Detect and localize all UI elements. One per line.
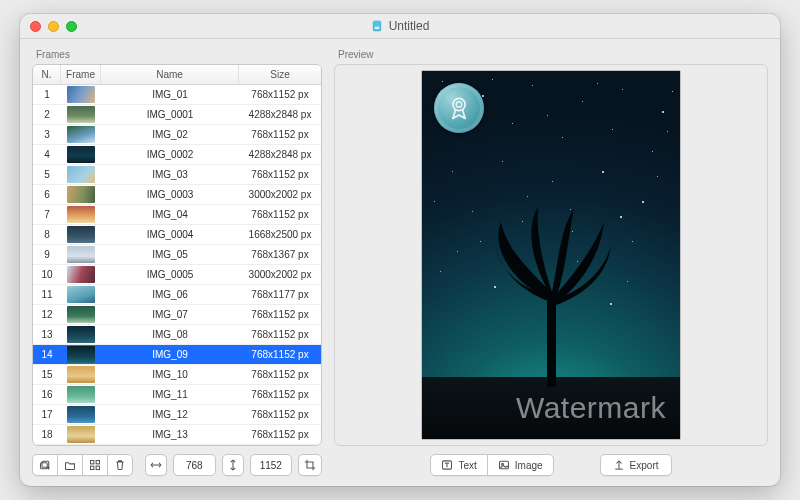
table-row[interactable]: 3IMG_02768x1152 px	[33, 125, 321, 145]
cell-n: 12	[33, 309, 61, 320]
frames-panel: Frames N. Frame Name Size 1IMG_01768x115…	[32, 47, 322, 476]
cell-size: 1668x2500 px	[239, 229, 321, 240]
cell-size: 768x1367 px	[239, 249, 321, 260]
cell-name: IMG_05	[101, 249, 239, 260]
cell-thumb	[61, 366, 101, 383]
cell-n: 11	[33, 289, 61, 300]
cell-name: IMG_12	[101, 409, 239, 420]
cell-thumb	[61, 186, 101, 203]
cell-name: IMG_0004	[101, 229, 239, 240]
cell-thumb	[61, 426, 101, 443]
table-row[interactable]: 5IMG_03768x1152 px	[33, 165, 321, 185]
width-field[interactable]: 768	[173, 454, 216, 476]
crop-icon	[304, 459, 316, 471]
table-row[interactable]: 8IMG_00041668x2500 px	[33, 225, 321, 245]
cell-thumb	[61, 166, 101, 183]
table-row[interactable]: 7IMG_04768x1152 px	[33, 205, 321, 225]
col-size[interactable]: Size	[239, 65, 321, 84]
cell-n: 17	[33, 409, 61, 420]
table-row[interactable]: 11IMG_06768x1177 px	[33, 285, 321, 305]
cell-thumb	[61, 326, 101, 343]
cell-size: 768x1152 px	[239, 209, 321, 220]
cell-n: 1	[33, 89, 61, 100]
col-frame[interactable]: Frame	[61, 65, 101, 84]
table-row[interactable]: 1IMG_01768x1152 px	[33, 85, 321, 105]
add-image-watermark-button[interactable]: Image	[487, 454, 554, 476]
cell-thumb	[61, 106, 101, 123]
export-icon	[613, 459, 625, 471]
cell-size: 4288x2848 px	[239, 109, 321, 120]
table-row[interactable]: 4IMG_00024288x2848 px	[33, 145, 321, 165]
image-icon	[498, 459, 510, 471]
stack-plus-icon	[39, 459, 51, 471]
add-frames-button[interactable]	[32, 454, 58, 476]
app-window: Untitled Frames N. Frame Name Size 1IMG_…	[20, 14, 780, 486]
folder-icon	[64, 459, 76, 471]
frames-table[interactable]: N. Frame Name Size 1IMG_01768x1152 px2IM…	[32, 64, 322, 446]
cell-n: 15	[33, 369, 61, 380]
cell-n: 14	[33, 349, 61, 360]
cell-thumb	[61, 346, 101, 363]
cell-name: IMG_0001	[101, 109, 239, 120]
svg-rect-6	[91, 461, 94, 464]
table-row[interactable]: 15IMG_10768x1152 px	[33, 365, 321, 385]
add-text-watermark-button[interactable]: Text	[430, 454, 487, 476]
cell-size: 768x1152 px	[239, 389, 321, 400]
table-row[interactable]: 10IMG_00053000x2002 px	[33, 265, 321, 285]
table-row[interactable]: 2IMG_00014288x2848 px	[33, 105, 321, 125]
cell-n: 16	[33, 389, 61, 400]
cell-thumb	[61, 86, 101, 103]
cell-name: IMG_09	[101, 349, 239, 360]
table-row[interactable]: 13IMG_08768x1152 px	[33, 325, 321, 345]
table-row[interactable]: 16IMG_11768x1152 px	[33, 385, 321, 405]
cell-thumb	[61, 286, 101, 303]
crop-button[interactable]	[298, 454, 322, 476]
image-button-label: Image	[515, 460, 543, 471]
col-n[interactable]: N.	[33, 65, 61, 84]
svg-point-13	[453, 98, 465, 110]
cell-n: 4	[33, 149, 61, 160]
col-name[interactable]: Name	[101, 65, 239, 84]
cell-thumb	[61, 266, 101, 283]
table-header: N. Frame Name Size	[33, 65, 321, 85]
svg-rect-8	[91, 466, 94, 469]
svg-rect-1	[374, 27, 379, 29]
cell-name: IMG_02	[101, 129, 239, 140]
table-row[interactable]: 6IMG_00033000x2002 px	[33, 185, 321, 205]
table-row[interactable]: 9IMG_05768x1367 px	[33, 245, 321, 265]
cell-name: IMG_06	[101, 289, 239, 300]
grid-view-button[interactable]	[82, 454, 108, 476]
delete-button[interactable]	[107, 454, 133, 476]
table-row[interactable]: 14IMG_09768x1152 px	[33, 345, 321, 365]
cell-thumb	[61, 226, 101, 243]
cell-size: 768x1152 px	[239, 369, 321, 380]
height-mode-button[interactable]	[222, 454, 244, 476]
svg-rect-12	[547, 297, 556, 387]
frames-panel-label: Frames	[32, 47, 322, 64]
text-button-label: Text	[458, 460, 476, 471]
cell-size: 3000x2002 px	[239, 269, 321, 280]
width-mode-button[interactable]	[145, 454, 167, 476]
cell-n: 7	[33, 209, 61, 220]
tree-silhouette	[476, 197, 626, 387]
cell-size: 4288x2848 px	[239, 149, 321, 160]
cell-name: IMG_11	[101, 389, 239, 400]
height-arrows-icon	[227, 459, 239, 471]
cell-size: 768x1152 px	[239, 89, 321, 100]
cell-size: 3000x2002 px	[239, 189, 321, 200]
award-badge-icon	[434, 83, 484, 133]
export-button[interactable]: Export	[600, 454, 672, 476]
preview-area[interactable]: Watermark	[334, 64, 768, 446]
table-row[interactable]: 18IMG_13768x1152 px	[33, 425, 321, 445]
svg-rect-7	[96, 461, 99, 464]
cell-n: 13	[33, 329, 61, 340]
table-row[interactable]: 17IMG_12768x1152 px	[33, 405, 321, 425]
table-row[interactable]: 12IMG_07768x1152 px	[33, 305, 321, 325]
cell-name: IMG_08	[101, 329, 239, 340]
cell-thumb	[61, 206, 101, 223]
cell-n: 18	[33, 429, 61, 440]
cell-n: 2	[33, 109, 61, 120]
height-field[interactable]: 1152	[250, 454, 293, 476]
cell-name: IMG_01	[101, 89, 239, 100]
open-folder-button[interactable]	[57, 454, 83, 476]
